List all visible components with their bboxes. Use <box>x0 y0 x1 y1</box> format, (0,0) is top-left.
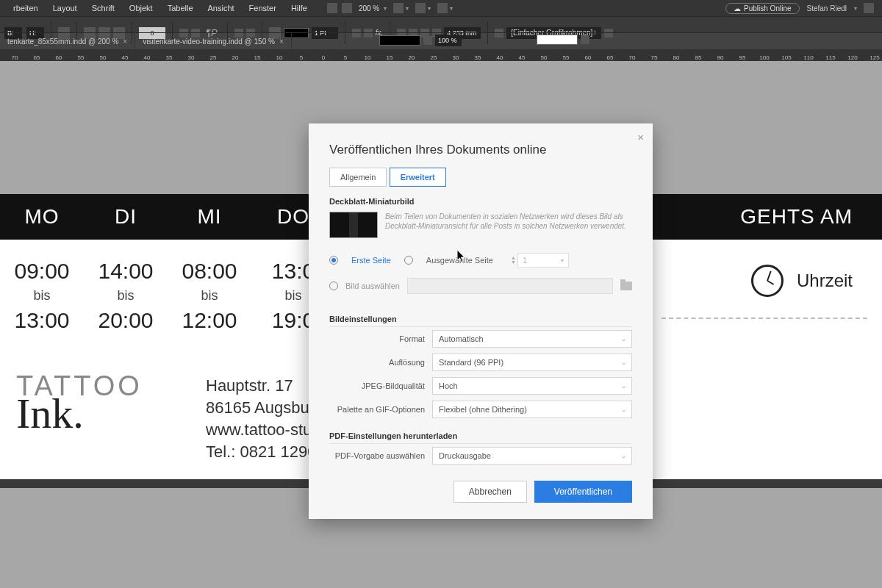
ruler-tick: 70 <box>621 54 643 61</box>
publish-online-button[interactable]: ☁ Publish Online <box>725 3 799 14</box>
section-pdf-settings: PDF-Einstellungen herunterladen <box>309 421 653 443</box>
ramp-icon[interactable] <box>423 36 432 45</box>
folder-icon[interactable] <box>620 282 632 290</box>
pick-image-label: Bild auswählen <box>345 282 400 290</box>
page-stepper[interactable]: ▲▼ <box>511 256 516 265</box>
jpeg-quality-label: JPEG-Bildqualität <box>329 381 425 390</box>
menu-objekt[interactable]: Objekt <box>122 4 160 12</box>
view-options-icon[interactable] <box>393 3 404 13</box>
resolution-label: Auflösung <box>329 358 425 367</box>
doc-tab-1[interactable]: tenkarte_85x55mm.indd @ 200 % × <box>0 33 135 49</box>
image-path-field[interactable] <box>407 278 613 294</box>
menu-layout[interactable]: Layout <box>46 4 85 12</box>
chevron-down-icon[interactable]: ▾ <box>384 5 391 12</box>
gif-palette-dropdown[interactable]: Flexibel (ohne Dithering)⌵ <box>432 401 632 418</box>
radio-first-page[interactable] <box>329 256 338 265</box>
ruler-tick: 60 <box>577 54 599 61</box>
day-di: DI <box>84 205 168 229</box>
ruler-tick: 85 <box>687 54 709 61</box>
ruler-tick: 15 <box>379 54 401 61</box>
section-image-settings: Bildeinstellungen <box>309 304 653 326</box>
screen-mode-icon[interactable] <box>415 3 426 13</box>
dialog-title: Veröffentlichen Ihres Dokuments online <box>309 123 653 168</box>
ruler-tick: 30 <box>180 54 202 61</box>
ruler-tick: 60 <box>48 54 70 61</box>
ruler-tick: 25 <box>423 54 445 61</box>
ruler-tick: 40 <box>489 54 511 61</box>
chevron-down-icon: ⌵ <box>622 382 625 390</box>
pdf-preset-dropdown[interactable]: Druckausgabe⌵ <box>432 447 632 465</box>
ruler-tick: 0 <box>312 54 334 61</box>
ruler-tick: 10 <box>356 54 379 61</box>
ruler-tick: 40 <box>136 54 158 61</box>
chevron-down-icon: ⌵ <box>622 452 625 459</box>
publish-online-dialog: × Veröffentlichen Ihres Dokuments online… <box>309 123 653 519</box>
ruler-tick: 115 <box>820 54 842 61</box>
ruler-tick: 100 <box>753 54 775 61</box>
stock-icon[interactable] <box>342 3 352 13</box>
cancel-button[interactable]: Abbrechen <box>453 481 527 503</box>
ruler-tick: 25 <box>202 54 224 61</box>
stroke-swatch[interactable] <box>537 35 578 45</box>
time-col-1: 14:00bis20:00 <box>84 240 168 333</box>
format-dropdown[interactable]: Automatisch⌵ <box>432 330 632 348</box>
tab-allgemein[interactable]: Allgemein <box>329 168 387 187</box>
close-icon[interactable]: × <box>279 37 284 46</box>
opacity-field[interactable]: 100 % <box>435 35 462 46</box>
chevron-down-icon: ⌵ <box>622 359 625 366</box>
dialog-tabs: Allgemein Erweitert <box>309 168 653 187</box>
menu-hilfe[interactable]: Hilfe <box>284 4 315 12</box>
ruler-tick: 55 <box>555 54 577 61</box>
horizontal-ruler[interactable]: 7570656055504540353025201510505101520253… <box>0 49 882 61</box>
ruler-tick: 50 <box>92 54 114 61</box>
resolution-dropdown[interactable]: Standard (96 PPI)⌵ <box>432 354 632 371</box>
ruler-tick: 20 <box>224 54 246 61</box>
ruler-tick: 35 <box>467 54 489 61</box>
jpeg-quality-dropdown[interactable]: Hoch⌵ <box>432 377 632 395</box>
doc-tab-label: tenkarte_85x55mm.indd @ 200 % <box>7 37 118 46</box>
chevron-down-icon: ▾ <box>450 5 457 12</box>
ruler-tick: 105 <box>775 54 797 61</box>
radio-selected-page[interactable] <box>404 256 413 265</box>
search-icon[interactable] <box>864 3 874 13</box>
chevron-down-icon: ⌵ <box>622 335 625 343</box>
ruler-tick: 80 <box>665 54 687 61</box>
format-label: Format <box>329 334 425 343</box>
page-number-field[interactable]: 1▾ <box>517 253 569 268</box>
radio-selected-page-label: Ausgewählte Seite <box>426 256 493 265</box>
publish-button[interactable]: Veröffentlichen <box>534 481 632 503</box>
menubar: rbeiten Layout Schrift Objekt Tabelle An… <box>0 0 882 16</box>
menu-bearbeiten[interactable]: rbeiten <box>6 4 46 12</box>
chevron-down-icon[interactable]: ▾ <box>854 5 861 12</box>
ruler-tick: 110 <box>797 54 820 61</box>
ruler-tick: 75 <box>643 54 665 61</box>
ruler-tick: 95 <box>731 54 753 61</box>
ramp-2-icon[interactable] <box>581 35 589 44</box>
tab-erweitert[interactable]: Erweitert <box>390 168 446 187</box>
ruler-tick: 10 <box>268 54 290 61</box>
ruler-tick: 55 <box>70 54 92 61</box>
menu-fenster[interactable]: Fenster <box>242 4 284 12</box>
publish-label: Publish Online <box>744 4 791 12</box>
close-icon[interactable]: × <box>123 37 127 46</box>
day-mo: MO <box>0 205 84 229</box>
fill-swatch-2[interactable] <box>379 35 420 46</box>
ruler-tick: 30 <box>445 54 467 61</box>
menu-schrift[interactable]: Schrift <box>85 4 122 12</box>
menu-ansicht[interactable]: Ansicht <box>201 4 242 12</box>
chevron-down-icon: ▾ <box>428 5 435 12</box>
zoom-level[interactable]: 200 % <box>354 4 384 12</box>
ruler-tick: 35 <box>158 54 180 61</box>
close-icon[interactable]: × <box>637 131 644 143</box>
radio-pick-image[interactable] <box>329 282 338 290</box>
ruler-tick: 65 <box>599 54 621 61</box>
doc-tab-label: visitenkarte-video-training.indd @ 150 % <box>143 37 275 46</box>
uhrzeit-label: Uhrzeit <box>797 270 853 291</box>
menu-tabelle[interactable]: Tabelle <box>160 4 201 12</box>
doc-tab-2[interactable]: visitenkarte-video-training.indd @ 150 %… <box>135 33 292 49</box>
ruler-tick: 45 <box>511 54 533 61</box>
bridge-icon[interactable] <box>327 3 337 13</box>
arrange-icon[interactable] <box>437 3 448 13</box>
clock-icon <box>751 265 784 297</box>
user-name[interactable]: Stefan Riedl <box>800 4 854 12</box>
